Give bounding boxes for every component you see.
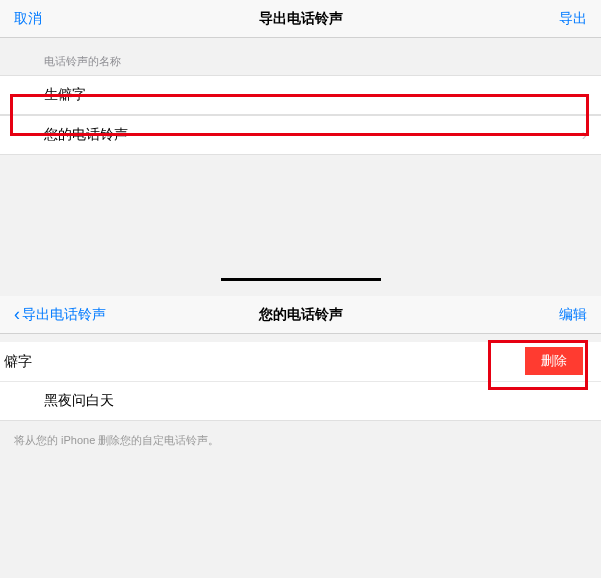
ringtone-item-2-label: 黑夜问白天 [44,392,114,408]
delete-button[interactable]: 删除 [525,347,583,375]
chevron-left-icon: ‹ [14,304,20,325]
top-nav-title: 导出电话铃声 [259,10,343,28]
screen-divider [221,278,381,281]
ringtone-item-1-label: 僻字 [0,353,32,371]
ringtone-item-1[interactable]: 僻字 删除 [0,342,601,382]
edit-button[interactable]: 编辑 [559,306,587,324]
back-label: 导出电话铃声 [22,306,106,324]
ringtone-name-value: 生僻字 [44,86,86,104]
ringtone-name-row[interactable]: 生僻字 [0,75,601,115]
cancel-button[interactable]: 取消 [14,10,42,28]
ringtone-item-2[interactable]: 黑夜问白天 [0,382,601,421]
bottom-nav-title: 您的电话铃声 [259,306,343,324]
ringtone-name-label: 电话铃声的名称 [0,38,601,75]
your-ringtones-row[interactable]: 您的电话铃声 › [0,115,601,155]
bottom-nav-bar: ‹ 导出电话铃声 您的电话铃声 编辑 [0,296,601,334]
top-nav-bar: 取消 导出电话铃声 导出 [0,0,601,38]
chevron-right-icon: › [582,126,587,144]
your-ringtones-screen: ‹ 导出电话铃声 您的电话铃声 编辑 僻字 删除 黑夜问白天 将从您的 iPho… [0,296,601,448]
your-ringtones-label: 您的电话铃声 [44,126,128,144]
footer-description: 将从您的 iPhone 删除您的自定电话铃声。 [0,421,601,448]
back-button[interactable]: ‹ 导出电话铃声 [14,304,106,325]
export-ringtone-screen: 取消 导出电话铃声 导出 电话铃声的名称 生僻字 您的电话铃声 › [0,0,601,155]
export-button[interactable]: 导出 [559,10,587,28]
